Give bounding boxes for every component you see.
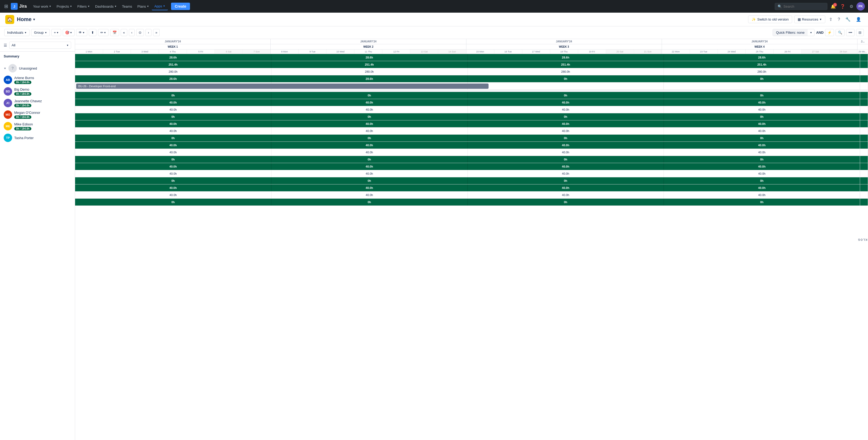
main-content: ☰ All ▼ Summary ▼ ? Unassigned AB Arlene… — [0, 39, 868, 440]
help-circle-button[interactable]: ? — [836, 15, 842, 24]
quick-filter-chevron: ▼ — [808, 30, 814, 35]
export-button[interactable]: ⬆ — [89, 29, 96, 36]
nav-item-plans[interactable]: Plans ▼ — [135, 3, 152, 10]
more-button[interactable]: ••• — [846, 29, 855, 36]
grid-cell: 40.0h — [75, 120, 271, 127]
notifications-button[interactable]: 🔔 1 — [830, 3, 837, 10]
grid-body: 28.6h28.6h28.6h28.6h251.4h251.4h251.4h25… — [75, 54, 868, 206]
person-avatar: ME — [4, 122, 12, 130]
calendar-button[interactable]: 📅 — [110, 29, 119, 36]
grid-cell: 0h — [271, 199, 468, 206]
lightning-button[interactable]: ⚡ — [825, 29, 834, 36]
grid-row: 40.0h40.0h40.0h40.0h — [75, 142, 868, 149]
quick-filter[interactable]: Quick Filters: none ▼ — [773, 29, 814, 36]
person-name: Tasha Porter — [14, 136, 34, 140]
grid-row: 0h0h0h0h — [75, 113, 868, 120]
avatar[interactable]: PK — [857, 2, 865, 10]
resources-button[interactable]: ▦ Resources ▼ — [794, 15, 825, 23]
nav-item-projects[interactable]: Projects ▼ — [54, 3, 75, 10]
grid-cell: 0h — [271, 135, 468, 142]
person-button[interactable]: 👤 — [854, 15, 863, 24]
grid-cell: 40.0h — [664, 184, 860, 191]
double-right-button[interactable]: » — [153, 29, 160, 36]
grid-cell: 40.0h — [271, 99, 468, 106]
grid-cell: 40.0h — [468, 142, 664, 149]
grid-cell: 40.0h — [271, 120, 468, 127]
unassigned-section: ▼ ? Unassigned — [0, 62, 75, 74]
grid-row: 40.0h40.0h40.0h40.0h — [75, 163, 868, 170]
summary-section: Summary — [0, 52, 75, 62]
month-row: JANUARY'24 JANUARY'24 JANUARY'24 JANUARY… — [75, 39, 868, 44]
grid-icon[interactable]: ⊞ — [3, 2, 9, 10]
person-row[interactable]: TP Tasha Porter — [0, 132, 75, 144]
person-row[interactable]: MO Megan O'Connor 0h / 184.0h — [0, 109, 75, 120]
person-avatar: BD — [4, 87, 12, 96]
grid-cell: 40.0h — [468, 99, 664, 106]
nav-item-dashboards[interactable]: Dashboards ▼ — [92, 3, 119, 10]
grid-cell: 0h — [664, 75, 860, 82]
person-name: Mike Edison — [14, 122, 33, 126]
share-button[interactable]: ⇧ — [828, 15, 834, 24]
task-bar[interactable]: BU-26 - Developer Front-end — [76, 84, 489, 89]
pen-dropdown[interactable]: ✏ ▼ — [98, 29, 108, 36]
view-dropdown[interactable]: 👁 ▼ — [76, 29, 87, 36]
grid-cell: 40.0h — [664, 192, 860, 198]
grid-cell: 0h — [75, 92, 271, 99]
nav-item-teams[interactable]: Teams — [119, 3, 135, 10]
double-left-button[interactable]: « — [121, 29, 127, 36]
grid-cell: 0h — [664, 92, 860, 99]
days-week3: 15 Mon 16 Tue 17 Wed 18 Thu 19 Fri 20 Sa… — [466, 50, 662, 54]
add-button[interactable]: + ▼ — [51, 29, 61, 36]
grid-cell: 40.0h — [75, 163, 271, 170]
grid-cell: 28.6h — [271, 54, 468, 61]
today-button[interactable]: ⊙ — [136, 29, 144, 36]
grid-cell: 40.0h — [75, 184, 271, 191]
backlog-label: BACKLOG — [858, 238, 868, 241]
nav-item-yourwork[interactable]: Your work ▼ — [30, 3, 54, 10]
search-input[interactable] — [783, 4, 825, 8]
week-cell-4: WEEK 4 — [662, 44, 858, 49]
hours-badge: 0h / 184.0h — [14, 81, 31, 84]
right-button[interactable]: › — [146, 29, 151, 36]
grid-cell: 0h — [75, 199, 271, 206]
person-row[interactable]: AB Arlene Burns 0h / 184.0h — [0, 74, 75, 86]
grid-row: 0h0h0h0h — [75, 92, 868, 99]
grid-cell: 280.0h — [75, 68, 271, 75]
filter-select[interactable]: All ▼ — [9, 42, 71, 49]
create-button[interactable]: Create — [171, 3, 190, 10]
settings-button[interactable]: ⚙ — [848, 3, 854, 10]
logo[interactable]: J Jira — [11, 3, 27, 10]
person-avatar: JC — [4, 99, 12, 107]
grid-row: 0h0h0h0h — [75, 177, 868, 184]
grid-cell: 40.0h — [75, 106, 271, 113]
toolbar: Individuals▼ Group▼ + ▼ 🎯 ▼ 👁 ▼ ⬆ ✏ ▼ 📅 … — [0, 26, 868, 39]
page-title: Home ▼ — [17, 16, 36, 22]
grid-cell: 0h — [664, 199, 860, 206]
unassigned-avatar: ? — [8, 64, 17, 72]
days-week4: 22 Mon 23 Tue 24 Wed 25 Thu 26 Fri 27 Sa… — [662, 50, 858, 54]
person-row[interactable]: ME Mike Edison 0h / 184.0h — [0, 120, 75, 132]
help-button[interactable]: ❓ — [839, 3, 846, 10]
nav-item-apps[interactable]: Apps ▼ — [152, 3, 168, 10]
grid-cell: 280.0h — [271, 68, 468, 75]
person-row[interactable]: BD Big Demo 0h / 184.0h — [0, 86, 75, 97]
search-toolbar-button[interactable]: 🔍 — [836, 29, 844, 36]
left-button[interactable]: ‹ — [129, 29, 135, 36]
collapse-button[interactable]: ⊟ — [856, 29, 864, 36]
filter-dropdown[interactable]: 🎯 ▼ — [63, 29, 74, 36]
grid-cell: 40.0h — [271, 106, 468, 113]
person-row[interactable]: JC Jeannette Chavez 0h / 184.0h — [0, 97, 75, 109]
search-box[interactable]: 🔍 — [775, 3, 828, 10]
grid-cell: 40.0h — [664, 149, 860, 156]
grid-cell: 0h — [468, 135, 664, 142]
nav-item-filters[interactable]: Filters ▼ — [75, 3, 92, 10]
individuals-dropdown[interactable]: Individuals▼ — [4, 29, 30, 36]
grid-cell: 251.4h — [271, 61, 468, 68]
collapse-icon[interactable]: ▼ — [4, 67, 6, 70]
week-cell-1: WEEK 1 — [75, 44, 271, 49]
group-dropdown[interactable]: Group▼ — [31, 29, 50, 36]
switch-version-button[interactable]: ✨ Switch to old version — [748, 15, 792, 23]
wrench-button[interactable]: 🔧 — [844, 15, 852, 24]
grid-row: 40.0h40.0h40.0h40.0h — [75, 184, 868, 192]
sidebar-filter-row: ☰ All ▼ — [0, 39, 75, 52]
